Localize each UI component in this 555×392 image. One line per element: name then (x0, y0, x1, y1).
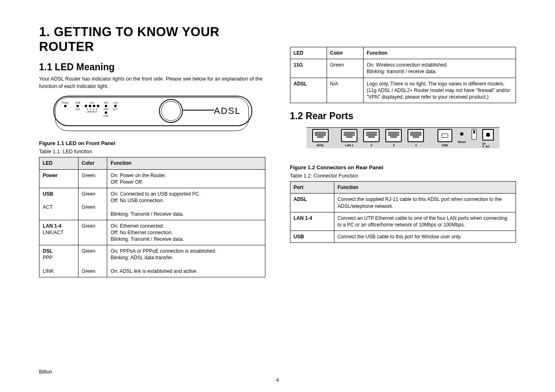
adsl-port-icon (312, 129, 329, 142)
rear-port-table: Port Function ADSL Connect the supplied … (290, 181, 516, 243)
rear-label-reset: Reset (458, 141, 466, 143)
wifi-led-icon (114, 105, 117, 107)
table-row: LAN 1-4 Connect an UTP Ethernet cable to… (290, 212, 516, 231)
front-label-ppp: PPP (104, 108, 108, 111)
lan4-port-icon (408, 129, 424, 142)
table-row: LED Color Function (290, 47, 516, 59)
front-brand-line-icon (182, 110, 214, 111)
front-panel-illustration: Power USB ACT LAN (53, 96, 251, 133)
rear-label-lan4: 4 (415, 144, 417, 147)
lan1-port-icon (341, 129, 357, 142)
front-label-power: Power (62, 101, 69, 104)
front-label-dsl: DSL (104, 101, 108, 104)
led-th-color: Color (78, 157, 107, 169)
led-table-right: LED Color Function 11G Green On: Wireles… (290, 47, 516, 103)
front-label-11g-act: ACT (113, 108, 118, 111)
usb-led-icon (76, 105, 79, 107)
front-figure-caption: Figure 1.1 LED on Front Panel (39, 140, 265, 146)
footer-brand: Billion (39, 369, 52, 375)
table-intro-text: Table 1.1: LED function (39, 148, 265, 155)
rear-label-lan2: 2 (371, 144, 372, 147)
dsl-ppp-led-icon (105, 105, 107, 107)
lan1-led-icon (97, 105, 99, 107)
dsl-link-led-icon (105, 111, 107, 114)
lan2-led-icon (93, 105, 95, 107)
rear-figure-caption: Figure 1.2 Connectors on Rear Panel (290, 164, 516, 171)
rear-label-lan3: 3 (393, 144, 394, 147)
section-heading-leds: 1.1 LED Meaning (39, 62, 265, 73)
lan4-led-icon (85, 105, 87, 107)
table-row: USB Connect the USB cable to this port f… (290, 231, 516, 243)
rear-panel-illustration: ADSL LAN 1 2 3 (306, 126, 500, 159)
lan3-port-icon (385, 129, 402, 142)
rear-th-fn: Function (334, 182, 516, 194)
table-row: LAN 1-4 LNK/ACT Green On: Ethernet conne… (39, 220, 265, 245)
front-brand-text: ADSL (214, 106, 241, 116)
rear-label-lan1: LAN 1 (345, 144, 353, 147)
led-intro-text: Your ADSL Router has indicator lights on… (39, 75, 265, 90)
rear-th-port: Port (290, 182, 334, 194)
usb-port-icon (438, 129, 452, 142)
footer-page-number: 4 (0, 377, 555, 383)
reset-button-icon (460, 132, 463, 136)
table-row: ADSL Connect the supplied RJ-11 cable to… (290, 194, 516, 212)
rear-label-usb: USB (442, 144, 448, 147)
front-label-linkact: LINK/ACT (86, 111, 97, 113)
rear-label-power: 16 V_AC (482, 142, 494, 148)
page-title: 1. GETTING TO KNOW YOUR ROUTER (39, 25, 265, 54)
led-th-led: LED (39, 157, 78, 169)
lan3-led-icon (89, 105, 91, 107)
table-row: 11G Green On: Wireless connection establ… (290, 59, 516, 78)
led-th-fn: Function (107, 157, 265, 169)
front-label-link: LINK (104, 115, 109, 117)
power-switch-icon (472, 129, 477, 140)
front-label-usb: USB (75, 101, 80, 104)
rear-table-intro: Table 1.2: Connector Function (290, 172, 516, 180)
led-table-left: LED Color Function Power Green On: Power… (39, 157, 265, 277)
front-label-usb-act: ACT (75, 108, 80, 111)
lan2-port-icon (363, 129, 380, 142)
power-led-icon (64, 105, 67, 107)
dc-jack-icon (482, 129, 494, 141)
section-heading-rear: 1.2 Rear Ports (290, 111, 516, 122)
table-row: ADSL N/A Logo only. There is no light. T… (290, 78, 516, 103)
front-label-11g: 11G (113, 101, 117, 104)
rear-label-adsl: ADSL (316, 144, 324, 147)
table-row: Power Green On: Power on the Router. Off… (39, 169, 265, 188)
table-row: DSL PPP LINK Green Green On: PPPoA or PP… (39, 245, 265, 277)
table-row: USB ACT Green Green On: Connected to an … (39, 188, 265, 220)
